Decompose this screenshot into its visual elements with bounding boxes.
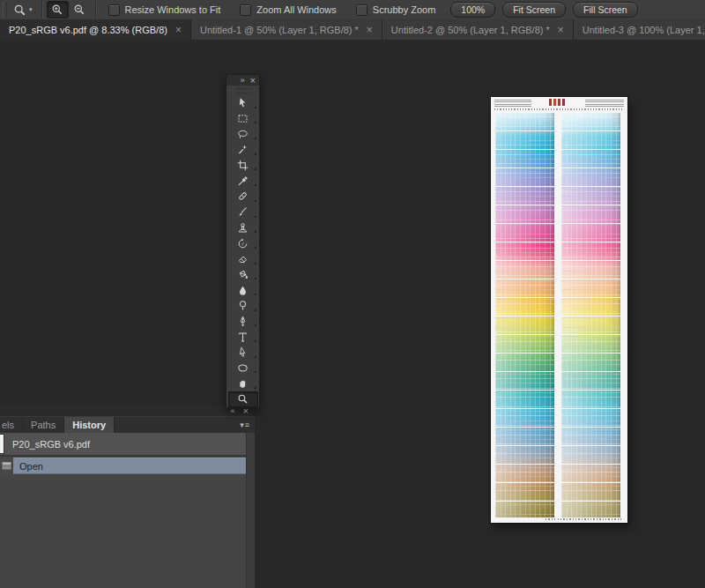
history-panel-group: « × els Paths History ▾≡ P20_sRGB v6.pdf… [0, 406, 255, 588]
dodge-icon [237, 300, 249, 311]
fit-screen-button[interactable]: Fit Screen [502, 2, 566, 18]
resize-windows-to-fit-checkbox[interactable]: Resize Windows to Fit [108, 4, 221, 16]
shape-tool[interactable] [226, 361, 259, 376]
history-snapshot-row[interactable]: P20_sRGB v6.pdf [0, 433, 247, 457]
paint-bucket-tool[interactable] [226, 267, 259, 283]
document-tab-3[interactable]: Untitled-2 @ 50% (Layer 1, RGB/8) * × [382, 19, 574, 40]
divider [95, 1, 96, 19]
move-tool[interactable] [226, 95, 259, 111]
checkbox-label: Resize Windows to Fit [125, 4, 221, 15]
panel-menu-icon[interactable]: ▾≡ [240, 421, 250, 429]
zoom-icon [237, 393, 249, 405]
chart-column-labels [494, 108, 624, 110]
pen-icon [237, 316, 249, 327]
brush-tool[interactable] [226, 205, 259, 220]
tools-palette-header: » × [226, 75, 259, 86]
marquee-icon [237, 113, 249, 124]
close-icon[interactable]: × [558, 25, 564, 35]
type-tool[interactable] [226, 329, 259, 345]
registration-mark [562, 99, 565, 106]
zoom-tool-icon [13, 4, 26, 17]
panel-scroll-gutter[interactable] [246, 433, 255, 588]
chart-registration-marks [549, 99, 565, 106]
blur-tool[interactable] [226, 282, 259, 298]
checkbox-label: Scrubby Zoom [373, 4, 436, 15]
options-bar-grip[interactable] [3, 3, 7, 17]
history-state-row[interactable]: Open [0, 458, 247, 474]
checkbox-icon[interactable] [108, 4, 120, 16]
path-selection-icon [237, 346, 249, 358]
tool-list [226, 95, 259, 407]
history-brush-tool[interactable] [226, 235, 259, 251]
eraser-tool[interactable] [226, 251, 259, 267]
dodge-tool[interactable] [226, 298, 259, 314]
clone-stamp-tool[interactable] [226, 220, 259, 236]
registration-mark [549, 99, 552, 106]
options-bar: ▾ Resize Windows to Fit Zoom All Windows… [0, 0, 705, 20]
checkbox-icon[interactable] [240, 4, 251, 16]
path-selection-tool[interactable] [226, 345, 259, 361]
chart-footer-text [545, 518, 622, 521]
history-panel-header: « × [0, 406, 255, 416]
checkbox-label: Zoom All Windows [256, 4, 336, 15]
document-tab-title: P20_sRGB v6.pdf @ 8.33% (RGB/8) [9, 25, 167, 35]
eyedropper-tool[interactable] [226, 173, 259, 189]
move-icon [237, 97, 249, 108]
document-tab-title: Untitled-2 @ 50% (Layer 1, RGB/8) * [391, 25, 550, 35]
tools-palette: » × [226, 74, 260, 408]
hand-icon [237, 378, 249, 390]
document-tab-title: Untitled-1 @ 50% (Layer 1, RGB/8) * [200, 25, 359, 35]
zoom-out-button[interactable] [69, 1, 91, 19]
collapse-to-icons-icon[interactable]: » [241, 77, 245, 85]
lasso-tool[interactable] [226, 126, 259, 142]
document-tab-bar: P20_sRGB v6.pdf @ 8.33% (RGB/8) × Untitl… [0, 19, 705, 40]
scrubby-zoom-checkbox[interactable]: Scrubby Zoom [356, 4, 436, 16]
history-panel-content: P20_sRGB v6.pdf Open [0, 433, 247, 588]
divider [41, 1, 42, 19]
zoom-in-button[interactable] [47, 1, 69, 19]
actual-pixels-button[interactable]: 100% [450, 2, 495, 18]
palette-grip[interactable] [236, 88, 250, 93]
close-icon[interactable]: × [367, 25, 373, 35]
magic-wand-tool[interactable] [226, 142, 259, 158]
marquee-tool[interactable] [226, 111, 259, 127]
history-panel-tabs: els Paths History ▾≡ [0, 416, 255, 433]
snapshot-title: P20_sRGB v6.pdf [12, 439, 90, 450]
document-tab-title: Untitled-3 @ 100% (Layer 1, RGB/8) * [583, 25, 705, 35]
hand-tool[interactable] [226, 376, 259, 391]
lasso-icon [237, 129, 249, 140]
color-chart-column-left [495, 112, 554, 517]
current-tool-preview[interactable]: ▾ [13, 4, 33, 17]
chevron-down-icon[interactable]: ▾ [29, 6, 33, 13]
tab-history[interactable]: History [64, 417, 115, 433]
checkbox-icon[interactable] [356, 4, 367, 16]
crop-tool[interactable] [226, 158, 259, 174]
paint-bucket-icon [237, 269, 249, 280]
fill-screen-button[interactable]: Fill Screen [573, 2, 638, 18]
color-chart-column-right [561, 112, 620, 517]
tab-paths[interactable]: Paths [23, 417, 64, 433]
close-icon[interactable]: × [250, 76, 256, 86]
document-image[interactable] [491, 97, 627, 523]
type-icon [237, 331, 249, 343]
collapse-to-icons-icon[interactable]: « [231, 407, 235, 415]
eraser-icon [237, 253, 249, 264]
document-tab-1[interactable]: P20_sRGB v6.pdf @ 8.33% (RGB/8) × [0, 19, 191, 40]
tab-channels[interactable]: els [0, 417, 23, 433]
zoom-in-icon [51, 4, 63, 16]
zoom-all-windows-checkbox[interactable]: Zoom All Windows [240, 4, 336, 16]
registration-mark [553, 99, 556, 106]
zoom-tool[interactable] [228, 391, 258, 407]
healing-brush-tool[interactable] [226, 189, 259, 205]
crop-icon [237, 160, 249, 171]
document-tab-2[interactable]: Untitled-1 @ 50% (Layer 1, RGB/8) * × [191, 19, 382, 40]
document-tab-4[interactable]: Untitled-3 @ 100% (Layer 1, RGB/8) * × [574, 19, 705, 40]
close-icon[interactable]: × [175, 25, 182, 35]
brush-icon [237, 206, 249, 218]
chart-header-text-left [494, 100, 531, 107]
eyedropper-icon [237, 175, 249, 187]
zoom-out-icon [73, 4, 85, 16]
magic-wand-icon [237, 144, 249, 155]
pen-tool[interactable] [226, 314, 259, 330]
registration-mark [558, 99, 560, 106]
